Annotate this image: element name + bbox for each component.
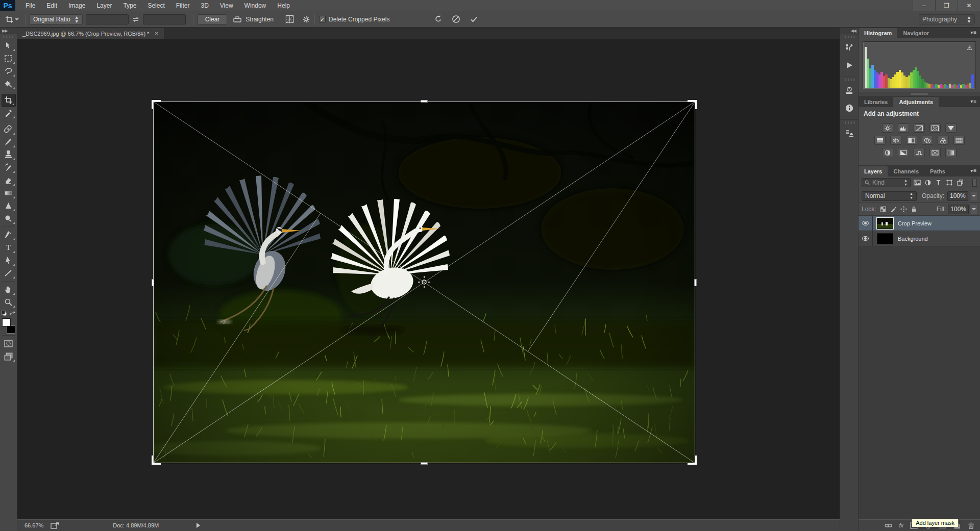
commit-crop-icon[interactable] xyxy=(470,15,478,23)
menu-edit[interactable]: Edit xyxy=(41,0,62,11)
document-tab[interactable]: _DSC2969.jpg @ 66.7% (Crop Preview, RGB/… xyxy=(17,28,164,39)
history-panel-icon[interactable] xyxy=(843,41,856,55)
cached-data-warning-icon[interactable]: ⚠ xyxy=(967,44,972,52)
clear-button[interactable]: Clear xyxy=(198,14,228,24)
layer-thumbnail[interactable] xyxy=(877,218,893,229)
posterize-adjustment-icon[interactable] xyxy=(898,148,909,157)
menu-window[interactable]: Window xyxy=(239,0,272,11)
layer-style-fx-icon[interactable]: fx xyxy=(899,522,903,528)
threshold-adjustment-icon[interactable] xyxy=(914,148,925,157)
menu-file[interactable]: File xyxy=(20,0,40,11)
workspace-switcher[interactable]: Photography ▲▼ xyxy=(919,14,975,24)
background-color-swatch[interactable] xyxy=(7,325,15,334)
brush-tool[interactable] xyxy=(2,136,16,148)
tools-grip[interactable] xyxy=(3,36,14,38)
exposure-adjustment-icon[interactable] xyxy=(929,123,941,133)
menu-image[interactable]: Image xyxy=(63,0,90,11)
tab-layers[interactable]: Layers xyxy=(859,166,888,176)
black-white-adjustment-icon[interactable] xyxy=(906,136,917,145)
lock-all-icon[interactable] xyxy=(911,206,917,212)
filter-pixel-layers-icon[interactable] xyxy=(913,179,921,187)
crop-ratio-select[interactable]: Original Ratio ▲▼ xyxy=(30,14,83,24)
color-balance-adjustment-icon[interactable] xyxy=(890,136,901,145)
dodge-tool[interactable] xyxy=(2,212,16,225)
default-swap-colors[interactable] xyxy=(2,311,15,316)
brightness-contrast-adjustment-icon[interactable] xyxy=(882,123,893,133)
restore-button[interactable]: ❐ xyxy=(935,0,958,11)
reset-crop-icon[interactable] xyxy=(434,15,443,23)
eyedropper-tool[interactable] xyxy=(2,107,16,119)
hand-tool[interactable] xyxy=(2,283,16,296)
lasso-tool[interactable] xyxy=(2,65,16,78)
panel-menu-icon[interactable]: ▾≡ xyxy=(970,30,977,35)
menu-type[interactable]: Type xyxy=(118,0,141,11)
photo-document[interactable] xyxy=(153,102,695,463)
tab-paths[interactable]: Paths xyxy=(924,166,951,176)
tab-libraries[interactable]: Libraries xyxy=(859,97,893,107)
curves-adjustment-icon[interactable] xyxy=(914,123,925,133)
menu-view[interactable]: View xyxy=(215,0,238,11)
crop-width-input[interactable] xyxy=(86,14,129,24)
path-selection-tool[interactable] xyxy=(2,254,16,267)
history-brush-tool[interactable] xyxy=(2,161,16,174)
panel-menu-icon[interactable]: ▾≡ xyxy=(970,168,977,173)
link-layers-icon[interactable] xyxy=(885,522,892,529)
tools-expand-arrows[interactable]: ▶▶ xyxy=(0,28,17,34)
delete-cropped-pixels-checkbox[interactable]: ✓ xyxy=(319,16,326,22)
levels-adjustment-icon[interactable] xyxy=(898,123,909,133)
healing-brush-tool[interactable] xyxy=(2,123,16,136)
pen-tool[interactable] xyxy=(2,229,16,241)
fill-input[interactable]: 100% xyxy=(948,205,969,214)
selective-color-adjustment-icon[interactable] xyxy=(929,148,941,157)
screen-mode-button[interactable] xyxy=(2,350,16,363)
straighten-label[interactable]: Straighten xyxy=(246,16,274,23)
blend-mode-select[interactable]: Normal ▲▼ xyxy=(862,191,917,201)
photo-filter-adjustment-icon[interactable] xyxy=(922,136,933,145)
quick-mask-button[interactable] xyxy=(2,337,16,350)
clone-source-panel-icon[interactable] xyxy=(843,127,856,140)
layer-thumbnail[interactable] xyxy=(877,233,893,244)
layer-filter-toggle[interactable] xyxy=(972,179,977,187)
eraser-tool[interactable] xyxy=(2,174,16,187)
foreground-color-swatch[interactable] xyxy=(2,318,11,326)
menu-3d[interactable]: 3D xyxy=(195,0,213,11)
opacity-input[interactable]: 100% xyxy=(947,191,968,201)
blur-tool[interactable] xyxy=(2,199,16,212)
dock-collapse-arrows[interactable]: ◀◀ xyxy=(840,28,858,34)
filter-shape-layers-icon[interactable] xyxy=(945,179,953,187)
panel-resize-gripper[interactable] xyxy=(859,92,980,96)
tab-histogram[interactable]: Histogram xyxy=(859,28,897,38)
doc-size-info[interactable]: Doc: 4.89M/4.89M xyxy=(113,522,159,528)
tab-navigator[interactable]: Navigator xyxy=(897,28,935,38)
invert-adjustment-icon[interactable] xyxy=(882,148,893,157)
fill-dropdown-icon[interactable] xyxy=(971,205,977,214)
filter-type-layers-icon[interactable]: T xyxy=(934,179,943,187)
opacity-dropdown-icon[interactable] xyxy=(971,192,977,200)
channel-mixer-adjustment-icon[interactable] xyxy=(938,136,949,145)
canvas-area[interactable] xyxy=(17,39,840,519)
swap-dimensions-icon[interactable] xyxy=(132,16,140,22)
status-options-arrow[interactable] xyxy=(197,523,200,528)
crop-height-input[interactable] xyxy=(143,14,186,24)
eye-icon[interactable] xyxy=(862,236,869,241)
overlay-options-icon[interactable] xyxy=(285,15,294,23)
layer-filter-kind-select[interactable]: Kind ▲▼ xyxy=(862,178,911,187)
default-colors-icon[interactable] xyxy=(2,311,7,316)
lock-position-icon[interactable] xyxy=(900,206,907,212)
zoom-level[interactable]: 66.67% xyxy=(24,522,43,528)
lock-pixels-icon[interactable] xyxy=(890,206,897,212)
filter-adjustment-layers-icon[interactable] xyxy=(923,179,932,187)
eye-icon[interactable] xyxy=(862,221,869,225)
gradient-map-adjustment-icon[interactable] xyxy=(945,148,957,157)
vibrance-adjustment-icon[interactable] xyxy=(945,123,957,133)
layer-row-crop-preview[interactable]: Crop Preview xyxy=(859,216,980,231)
type-tool[interactable]: T xyxy=(2,241,16,254)
marquee-tool[interactable] xyxy=(2,52,16,65)
lock-transparency-icon[interactable] xyxy=(880,206,887,212)
cancel-crop-icon[interactable] xyxy=(452,15,460,23)
actions-panel-icon[interactable] xyxy=(843,59,856,72)
move-tool[interactable] xyxy=(2,39,16,52)
swap-colors-icon[interactable] xyxy=(9,311,15,316)
panel-menu-icon[interactable]: ▾≡ xyxy=(970,98,977,104)
line-tool[interactable] xyxy=(2,267,16,280)
